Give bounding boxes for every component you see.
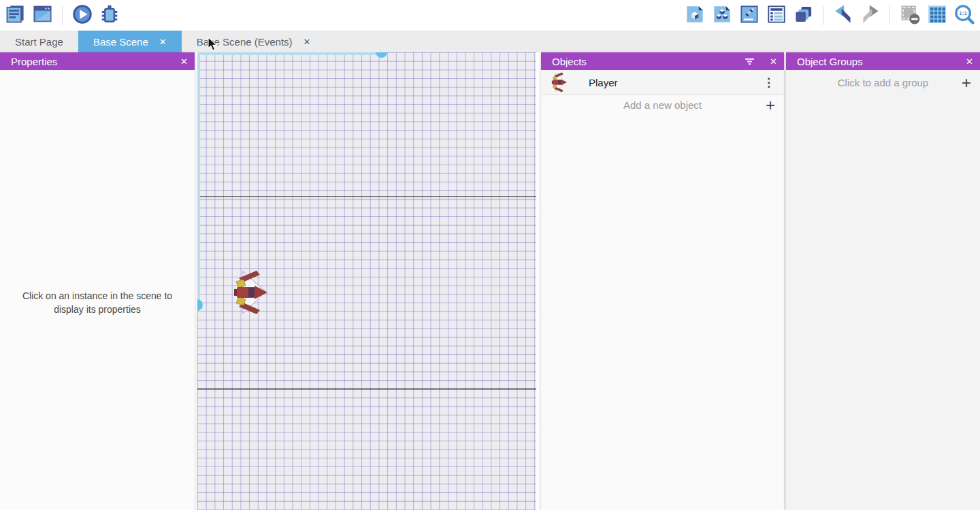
toolbar-left-group: [0, 5, 119, 25]
object-groups-panel-header: Object Groups ✕: [786, 52, 980, 70]
preview-button[interactable]: [72, 5, 92, 25]
objects-panel-icon: [685, 5, 704, 27]
toolbar-right-group: 1:1: [685, 5, 980, 25]
vertical-scrollbar-thumb[interactable]: [197, 299, 203, 311]
panel-title: Objects: [552, 56, 587, 67]
debug-button[interactable]: [99, 5, 119, 25]
open-objects-panel-button[interactable]: [685, 5, 704, 25]
add-object-label: Add a new object: [623, 99, 702, 111]
close-icon[interactable]: ✕: [770, 56, 777, 67]
tab-start-page[interactable]: Start Page: [0, 31, 78, 52]
object-name: Player: [589, 77, 753, 88]
project-manager-button[interactable]: [5, 5, 25, 25]
grid-icon: [928, 5, 947, 27]
debug-bug-icon: [99, 4, 120, 27]
panel-title: Properties: [11, 56, 57, 67]
filter-icon[interactable]: [745, 57, 755, 66]
toolbar-separator: [823, 6, 823, 25]
player-thumbnail: [549, 72, 570, 92]
start-page-window-icon: [33, 4, 52, 27]
editor-tabbar: Start Page Base Scene ✕ Base Scene (Even…: [0, 31, 980, 52]
close-icon[interactable]: ✕: [304, 37, 311, 47]
object-groups-panel-icon: [713, 5, 732, 27]
tab-base-scene-events[interactable]: Base Scene (Events) ✕: [182, 31, 326, 52]
horizontal-scrollbar-track[interactable]: [197, 52, 382, 55]
close-icon[interactable]: ✕: [159, 37, 167, 47]
redo-icon: [861, 5, 880, 27]
open-properties-panel-button[interactable]: [739, 5, 759, 25]
vertical-scrollbar-track[interactable]: [197, 52, 200, 305]
open-instances-list-button[interactable]: [766, 5, 786, 25]
tab-label: Start Page: [15, 36, 63, 48]
player-instance[interactable]: [234, 270, 268, 315]
main-toolbar: 1:1: [0, 0, 980, 31]
scene-window-bottom-border: [197, 388, 536, 390]
instances-list-icon: [767, 5, 786, 27]
close-icon[interactable]: ✕: [966, 56, 973, 67]
panel-title: Object Groups: [797, 56, 863, 67]
close-icon[interactable]: ✕: [180, 56, 188, 67]
object-groups-panel: Object Groups ✕ Click to add a group +: [786, 52, 980, 510]
plus-icon[interactable]: +: [962, 75, 971, 91]
properties-panel-header: Properties ✕: [0, 52, 195, 70]
tab-label: Base Scene (Events): [197, 36, 293, 48]
project-manager-icon: [5, 4, 25, 27]
scene-editor-canvas[interactable]: [197, 52, 536, 510]
undo-icon: [834, 5, 853, 27]
add-group-button[interactable]: Click to add a group +: [786, 70, 980, 95]
object-row-player[interactable]: Player ⋮: [541, 70, 784, 95]
toggle-grid-button[interactable]: [927, 5, 947, 25]
add-group-label: Click to add a group: [838, 77, 928, 88]
open-object-groups-panel-button[interactable]: [712, 5, 732, 25]
properties-panel: Properties ✕ Click on an instance in the…: [0, 52, 195, 510]
tab-label: Base Scene: [93, 36, 148, 48]
toolbar-separator: [62, 6, 63, 25]
layers-icon: [794, 5, 813, 27]
zoom-original-button[interactable]: 1:1: [954, 5, 974, 25]
tab-base-scene[interactable]: Base Scene ✕: [78, 31, 182, 52]
toggle-mask-button[interactable]: [900, 5, 919, 25]
horizontal-scrollbar-thumb[interactable]: [376, 52, 387, 58]
zoom-ratio-label: 1:1: [959, 10, 967, 16]
undo-button[interactable]: [833, 5, 853, 25]
properties-panel-icon: [740, 5, 759, 27]
mask-icon: [900, 4, 920, 27]
start-page-button[interactable]: [33, 5, 52, 25]
play-icon: [72, 4, 93, 27]
plus-icon[interactable]: +: [766, 97, 775, 114]
redo-button[interactable]: [860, 5, 880, 25]
properties-empty-message: Click on an instance in the scene to dis…: [0, 289, 195, 316]
add-object-button[interactable]: Add a new object +: [541, 95, 784, 115]
kebab-menu-icon[interactable]: ⋮: [753, 75, 784, 90]
toolbar-separator: [889, 6, 890, 25]
open-layers-panel-button[interactable]: [794, 5, 813, 25]
zoom-1-1-icon: 1:1: [954, 4, 975, 27]
objects-panel: Objects ✕ Player ⋮ Add a new object +: [541, 52, 784, 510]
objects-panel-header: Objects ✕: [541, 52, 784, 70]
scene-window-top-border: [197, 196, 536, 197]
